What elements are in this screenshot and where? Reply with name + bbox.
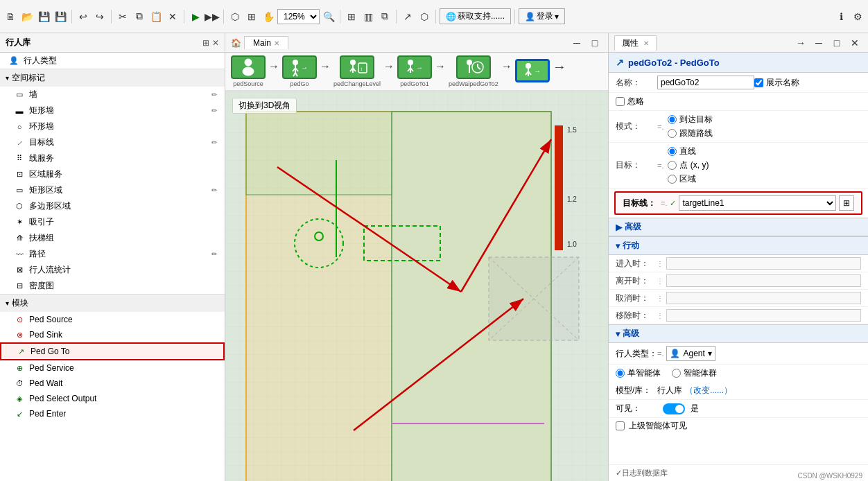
target-radio-zone[interactable]: 区域 (668, 173, 709, 185)
center-maximize[interactable]: □ (587, 35, 602, 51)
toolbar-open[interactable]: 📂 (19, 9, 35, 24)
main-tab[interactable]: Main ✕ (244, 36, 288, 49)
target-line-select[interactable]: targetLine1 (679, 195, 836, 211)
advanced-section[interactable]: ▶ 高级 (609, 218, 868, 236)
pedestrian-type-item[interactable]: 👤 行人类型 (0, 53, 225, 69)
toolbar-run[interactable]: ▶ (188, 9, 203, 24)
ped-service-item[interactable]: ⊕ Ped Service (0, 360, 225, 376)
switch-3d-button[interactable]: 切换到3D视角 (232, 98, 297, 114)
toolbar-redo[interactable]: ↪ (92, 9, 107, 24)
flow-box-pedsource[interactable] (231, 55, 266, 79)
toolbar-save[interactable]: 💾 (36, 9, 51, 24)
group-agent-item[interactable]: 智能体群 (672, 367, 717, 379)
rect-zone-item[interactable]: ▭ 矩形区域 ✏ (0, 182, 225, 198)
parent-visible-checkbox[interactable] (616, 421, 625, 430)
ped-source-item[interactable]: ⊙ Ped Source (0, 312, 225, 327)
line-service-item[interactable]: ⠿ 线服务 (0, 150, 225, 166)
single-agent-item[interactable]: 单智能体 (616, 367, 661, 379)
target-line-edit-btn[interactable]: ⊞ (839, 195, 854, 211)
ped-select-item[interactable]: ◈ Ped Select Output (0, 391, 225, 406)
toolbar-save2[interactable]: 💾 (53, 9, 68, 24)
target-line-item[interactable]: ⟋ 目标线 ✏ (0, 134, 225, 150)
action-remove-input[interactable] (666, 309, 861, 322)
action-section[interactable]: ▾ 行动 (609, 236, 868, 255)
action-cancel-input[interactable] (666, 292, 861, 304)
toolbar-grid2[interactable]: ⊞ (344, 9, 359, 24)
ped-goto-item[interactable]: ↗ Ped Go To (0, 342, 225, 360)
action-enter-input[interactable] (666, 257, 861, 270)
login-button[interactable]: 👤 登录 ▾ (519, 8, 565, 24)
density-item[interactable]: ⊟ 密度图 (0, 278, 225, 294)
single-agent-radio[interactable] (616, 369, 625, 378)
flow-box-changelevel[interactable]: ↕ (340, 55, 374, 79)
right-panel-btn1[interactable]: → (793, 35, 808, 51)
ped-sink-item[interactable]: ⊗ Ped Sink (0, 327, 225, 342)
toolbar-zoom-fit[interactable]: 🔍 (321, 9, 336, 24)
toolbar-node[interactable]: ⬡ (417, 9, 432, 24)
spatial-markers-section[interactable]: ▾ 空间标记 (0, 69, 225, 87)
target-radio-zone-input[interactable] (668, 175, 677, 184)
mode-radio-arrive[interactable]: 到达目标 (668, 114, 713, 125)
mode-radio-follow-input[interactable] (668, 129, 677, 138)
polygon-zone-item[interactable]: ⬡ 多边形区域 (0, 198, 225, 214)
escalator-item[interactable]: ⟰ 扶梯组 (0, 230, 225, 246)
toolbar-select[interactable]: ⬡ (227, 9, 243, 24)
support-button[interactable]: 🌐 获取支持...... (440, 8, 511, 24)
toolbar-view2[interactable]: ⧉ (377, 9, 392, 24)
main-canvas[interactable]: 1.5 1.2 1.0 (225, 91, 608, 481)
zoom-selector[interactable]: 125%125% (277, 9, 320, 24)
flow-node-goto2[interactable]: → (515, 59, 550, 84)
path-item[interactable]: 〰 路径 ✏ (0, 246, 225, 262)
agent-dropdown[interactable]: 👤 Agent ▾ (666, 346, 715, 361)
toolbar-arrow[interactable]: ↗ (400, 9, 415, 24)
panel-icon-close[interactable]: ✕ (212, 38, 219, 48)
right-panel-minimize[interactable]: ─ (811, 35, 826, 51)
right-panel-maximize[interactable]: □ (829, 35, 844, 51)
flow-node-pedsource[interactable]: pedSource (231, 55, 266, 87)
rect-wall-item[interactable]: ▬ 矩形墙 ✏ (0, 103, 225, 119)
flow-node-changelevel[interactable]: ↕ pedChangeLevel (333, 55, 381, 87)
flow-box-goto2[interactable]: → (515, 59, 550, 82)
toolbar-cut[interactable]: ✂ (115, 9, 130, 24)
zone-service-item[interactable]: ⊡ 区域服务 (0, 166, 225, 182)
flow-box-wait[interactable] (456, 55, 491, 79)
flow-box-pedgo[interactable]: → (282, 55, 317, 79)
advanced2-section[interactable]: ▾ 高级 (609, 324, 868, 343)
toolbar-paste[interactable]: 📋 (148, 9, 164, 24)
visible-toggle[interactable] (663, 403, 685, 414)
properties-tab[interactable]: 属性 ✕ (614, 35, 657, 51)
right-panel-close[interactable]: ✕ (847, 35, 862, 51)
target-radio-point-input[interactable] (668, 161, 677, 170)
center-minimize[interactable]: ─ (569, 35, 584, 51)
group-agent-radio[interactable] (672, 369, 681, 378)
wall-item[interactable]: ▭ 墙 ✏ (0, 87, 225, 103)
target-radio-line[interactable]: 直线 (668, 146, 709, 157)
mode-radio-follow[interactable]: 跟随路线 (668, 128, 713, 139)
toolbar-undo[interactable]: ↩ (76, 9, 91, 24)
ped-enter-item[interactable]: ↙ Ped Enter (0, 406, 225, 421)
target-radio-line-input[interactable] (668, 147, 677, 156)
flow-stats-item[interactable]: ⊠ 行人流统计 (0, 262, 225, 278)
toolbar-settings[interactable]: ⚙ (850, 9, 865, 24)
ignore-checkbox[interactable] (616, 97, 625, 106)
attractor-item[interactable]: ✶ 吸引子 (0, 214, 225, 230)
name-input[interactable] (657, 76, 754, 89)
toolbar-info[interactable]: ℹ (833, 9, 849, 24)
toolbar-move[interactable]: ✋ (261, 9, 276, 24)
toolbar-delete[interactable]: ✕ (165, 9, 180, 24)
show-name-checkbox[interactable] (754, 78, 763, 87)
toolbar-grid[interactable]: ⊞ (244, 9, 259, 24)
modules-section[interactable]: ▾ 模块 (0, 294, 225, 312)
main-tab-close[interactable]: ✕ (274, 40, 279, 47)
toolbar-run2[interactable]: ▶▶ (205, 9, 220, 24)
action-leave-input[interactable] (666, 274, 861, 287)
prop-tab-close[interactable]: ✕ (643, 40, 649, 47)
flow-box-goto1[interactable]: → (397, 55, 432, 79)
flow-node-wait[interactable]: pedWaipedGoTo2 (449, 55, 498, 87)
ped-wait-item[interactable]: ⏱ Ped Wait (0, 376, 225, 391)
toolbar-new[interactable]: 🗎 (3, 9, 18, 24)
circle-wall-item[interactable]: ○ 环形墙 (0, 119, 225, 134)
toolbar-view1[interactable]: ▥ (361, 9, 376, 24)
flow-node-pedgo[interactable]: → pedGo (282, 55, 317, 87)
toolbar-copy[interactable]: ⧉ (132, 9, 147, 24)
